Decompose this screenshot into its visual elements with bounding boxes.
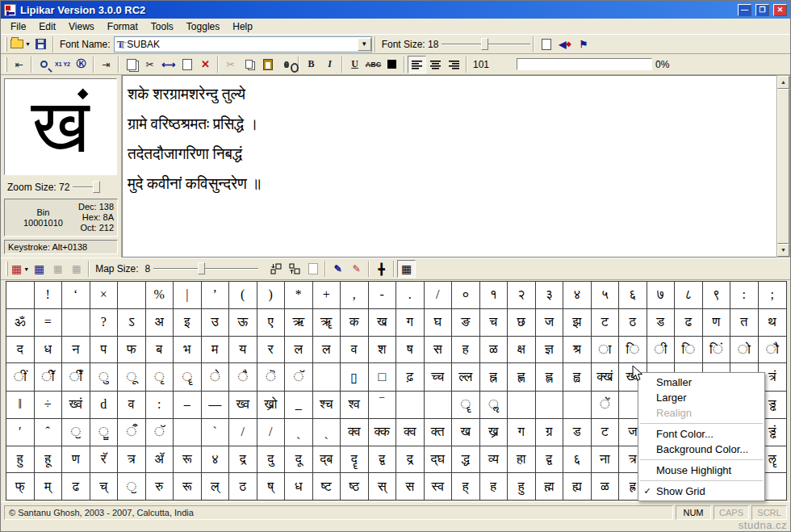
char-cell[interactable]: ष xyxy=(396,337,425,364)
char-cell[interactable]: ऽ xyxy=(118,309,146,337)
context-menu-item-show-grid[interactable]: ✓Show Grid xyxy=(638,484,764,499)
menu-item-toggles[interactable]: Toggles xyxy=(180,19,226,35)
char-cell[interactable]: य xyxy=(229,337,257,364)
map-new-button[interactable]: ▦▼ xyxy=(10,260,30,278)
char-cell[interactable]: ‾ xyxy=(369,392,397,419)
char-cell[interactable]: ळ xyxy=(592,473,620,500)
char-cell[interactable]: ट xyxy=(592,309,620,337)
char-cell[interactable]: / xyxy=(425,282,453,309)
char-cell[interactable]: प xyxy=(90,337,119,364)
go-end-button[interactable]: ⇥ xyxy=(97,56,115,73)
char-cell[interactable]: ४ xyxy=(563,282,592,309)
char-cell[interactable]: ॗ xyxy=(90,419,119,446)
char-cell[interactable]: हु xyxy=(6,446,35,474)
char-cell[interactable]: द्र xyxy=(229,446,257,474)
char-cell[interactable]: न xyxy=(62,337,90,364)
char-cell[interactable]: व्य xyxy=(480,446,508,474)
char-cell[interactable]: ख xyxy=(369,309,397,337)
font-name-dropdown-button[interactable]: ▼ xyxy=(358,38,371,51)
char-cell[interactable]: _ xyxy=(285,392,313,419)
char-cell[interactable]: हा xyxy=(508,446,536,474)
keyboard-button[interactable]: Ⓚ xyxy=(72,56,90,73)
scrollbar-thumb[interactable] xyxy=(777,89,789,244)
char-cell[interactable]: ऋ xyxy=(285,309,313,337)
char-cell[interactable]: त्र xyxy=(118,446,146,474)
minimize-button[interactable]: — xyxy=(738,4,751,16)
char-cell[interactable]: ˏ xyxy=(313,419,341,446)
char-cell[interactable]: / xyxy=(257,419,286,446)
char-cell[interactable]: घ xyxy=(425,309,453,337)
char-cell[interactable]: / xyxy=(229,419,257,446)
flag-button[interactable]: ⚑ xyxy=(574,36,592,53)
char-cell[interactable]: ५ xyxy=(592,282,620,309)
char-cell[interactable]: ० xyxy=(452,282,480,309)
char-cell[interactable]: ू xyxy=(118,363,146,392)
char-cell[interactable]: थ xyxy=(759,309,787,337)
char-cell[interactable]: ी xyxy=(647,337,676,364)
open-file-button[interactable]: ▼ xyxy=(10,36,31,53)
char-cell[interactable]: ज्ञ xyxy=(536,337,564,364)
find-button[interactable] xyxy=(277,56,295,73)
font-color-button[interactable]: ✎ xyxy=(329,260,347,278)
char-cell[interactable]: ॠ xyxy=(313,309,341,337)
char-cell[interactable]: इ xyxy=(174,309,202,337)
char-cell[interactable]: ीॅ xyxy=(35,363,63,392)
char-cell[interactable]: ख्वं xyxy=(62,392,90,419)
char-cell[interactable] xyxy=(313,363,341,392)
char-cell[interactable]: ग xyxy=(508,419,536,446)
char-cell[interactable]: झ xyxy=(563,309,592,337)
char-cell[interactable]: ध xyxy=(285,473,313,500)
char-cell[interactable]: % xyxy=(146,282,174,309)
char-cell[interactable]: क्ष xyxy=(508,337,536,364)
save-button[interactable] xyxy=(31,36,50,53)
char-cell[interactable]: १ xyxy=(480,282,508,309)
char-cell[interactable]: स xyxy=(396,473,425,500)
toolbar-grip[interactable] xyxy=(5,37,7,52)
char-cell[interactable]: ढ़ xyxy=(396,363,425,392)
background-color-button[interactable]: ✎ xyxy=(347,260,366,278)
context-menu-item-mouse-highlight[interactable]: Mouse Highlight xyxy=(638,463,764,478)
print-preview-button[interactable] xyxy=(178,56,196,73)
slider-thumb[interactable] xyxy=(198,262,205,274)
char-cell[interactable]: द्र xyxy=(396,446,425,474)
char-cell[interactable]: ल xyxy=(285,337,313,364)
char-cell[interactable] xyxy=(536,392,564,419)
char-cell[interactable]: ह xyxy=(452,337,480,364)
char-cell[interactable]: ल् xyxy=(202,473,230,500)
char-cell[interactable]: ६ xyxy=(619,282,647,309)
editor-scrollbar[interactable]: ▲ ▼ xyxy=(776,75,790,258)
char-cell[interactable]: × xyxy=(90,282,119,309)
color-swatch-button[interactable] xyxy=(383,56,401,73)
char-cell[interactable]: स्व xyxy=(425,473,453,500)
char-cell[interactable]: □ xyxy=(369,363,397,392)
char-cell[interactable]: रू xyxy=(174,473,202,500)
char-cell[interactable]: व xyxy=(118,392,146,419)
char-cell[interactable]: ॖ xyxy=(118,473,146,500)
char-cell[interactable]: दू xyxy=(285,446,313,474)
char-cell[interactable]: द्व xyxy=(536,446,564,474)
char-cell[interactable] xyxy=(425,392,453,419)
ratio-button[interactable]: X1 Y2 xyxy=(53,56,72,73)
char-cell[interactable]: ह्म xyxy=(536,473,564,500)
char-cell[interactable]: ह xyxy=(480,473,508,500)
char-cell[interactable]: ऊ xyxy=(229,309,257,337)
scroll-down-button[interactable]: ▼ xyxy=(777,244,789,257)
char-cell[interactable]: ु xyxy=(90,363,119,392)
char-cell[interactable]: ष्ठ xyxy=(341,473,369,500)
char-cell[interactable]: : xyxy=(146,392,174,419)
font-name-combobox[interactable]: T SUBAK ▼ xyxy=(114,36,372,52)
maximize-button[interactable]: ❐ xyxy=(755,4,769,16)
char-cell[interactable] xyxy=(508,392,536,419)
char-cell[interactable]: ळ xyxy=(480,337,508,364)
char-cell[interactable]: ीँ xyxy=(62,363,90,392)
char-cell[interactable]: ॐ xyxy=(6,309,35,337)
context-menu-item-font-color[interactable]: Font Color... xyxy=(638,426,764,442)
char-cell[interactable]: उ xyxy=(202,309,230,337)
context-menu-item-larger[interactable]: Larger xyxy=(638,390,764,405)
char-cell[interactable]: ॄ xyxy=(452,392,480,419)
char-cell[interactable]: श xyxy=(369,337,397,364)
char-cell[interactable]: ˋ xyxy=(202,419,230,446)
menu-item-format[interactable]: Format xyxy=(101,19,144,35)
char-cell[interactable]: ध xyxy=(35,337,63,364)
font-size-slider[interactable] xyxy=(442,37,530,52)
